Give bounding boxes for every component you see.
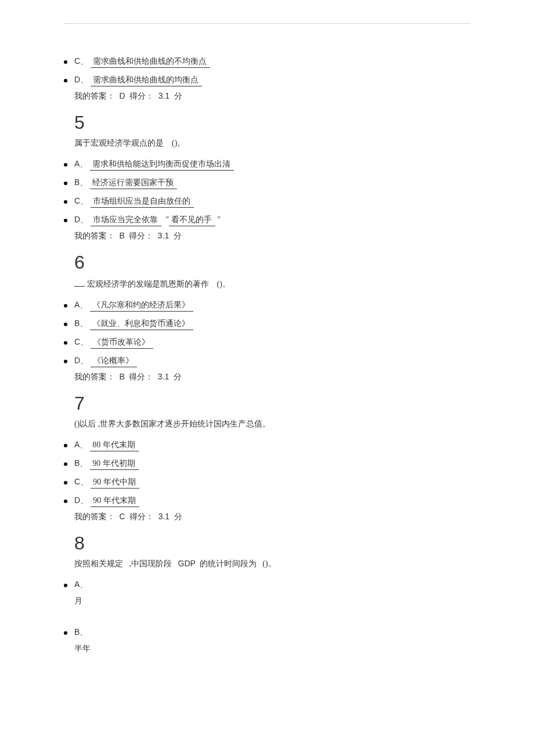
- bullet-icon: [64, 584, 67, 587]
- q6-text: 宏观经济学的发端是凯恩斯的著作 ()。: [74, 278, 470, 291]
- bullet-icon: [64, 60, 67, 64]
- answer-value: C: [120, 512, 125, 521]
- option-text: 《论概率》: [91, 356, 137, 367]
- answer-value: B: [120, 231, 125, 240]
- q6-option-d: D、 《论概率》: [64, 352, 470, 371]
- bullet-icon: [64, 462, 67, 466]
- question-number-8: 8: [74, 533, 470, 554]
- score-value: 3.1: [158, 372, 169, 381]
- answer-label: 我的答案：: [74, 92, 115, 100]
- answer-label: 我的答案：: [74, 372, 115, 381]
- option-letter: A、: [74, 300, 88, 310]
- spacer: [64, 609, 470, 624]
- option-text: 90 年代末期: [91, 495, 139, 507]
- q6-answer-line: 我的答案： B 得分： 3.1 分: [74, 371, 470, 385]
- answer-label: 我的答案：: [74, 512, 115, 521]
- q5-text: 属于宏观经济学观点的是 ()。: [74, 138, 470, 150]
- bullet-icon: [64, 304, 67, 308]
- option-letter: C、: [74, 196, 88, 207]
- score-label: 得分：: [129, 231, 153, 240]
- question-number-6: 6: [74, 252, 470, 273]
- bullet-icon: [64, 481, 67, 484]
- option-letter: D、: [74, 356, 88, 366]
- option-letter: D、: [74, 215, 88, 225]
- bullet-icon: [64, 182, 67, 185]
- question-number-7: 7: [74, 393, 470, 414]
- bullet-icon: [64, 200, 67, 204]
- bullet-icon: [64, 219, 67, 222]
- answer-value: D: [120, 91, 125, 100]
- q7-option-b: B、 90 年代初期: [64, 455, 470, 473]
- bullet-icon: [64, 500, 67, 503]
- score-label: 得分：: [129, 92, 154, 100]
- q8-text-d: 的统计时间段为: [200, 559, 257, 568]
- bullet-icon: [64, 79, 67, 82]
- page-top-divider: [64, 23, 470, 24]
- option-text-b: 看不见的手: [169, 215, 215, 226]
- q4-option-c: C、 需求曲线和供给曲线的不均衡点: [64, 53, 470, 71]
- option-text: 需求曲线和供给曲线的均衡点: [91, 75, 202, 86]
- q7-text-main: ()以后 ,世界大多数国家才逐步开始统计国内生产总值。: [74, 419, 270, 428]
- option-letter: D、: [74, 75, 88, 85]
- option-letter: B、: [74, 319, 88, 329]
- option-letter: C、: [74, 56, 88, 67]
- question-number-5: 5: [74, 112, 470, 133]
- option-quote: ": [217, 215, 221, 225]
- q7-text: ()以后 ,世界大多数国家才逐步开始统计国内生产总值。: [74, 419, 470, 431]
- option-text: 《凡尔塞和约的经济后果》: [90, 300, 193, 312]
- option-letter: B、: [74, 458, 88, 469]
- q8-text-a: 按照相关规定: [74, 559, 123, 568]
- q6-option-a: A、 《凡尔塞和约的经济后果》: [64, 296, 470, 315]
- leading-blank: [74, 278, 85, 287]
- score-value: 3.1: [158, 512, 169, 521]
- q7-answer-line: 我的答案： C 得分： 3.1 分: [74, 511, 470, 525]
- option-text: 《就业、利息和货币通论》: [90, 319, 193, 330]
- bullet-icon: [64, 444, 67, 447]
- q6-option-b: B、 《就业、利息和货币通论》: [64, 315, 470, 334]
- option-text: 80 年代末期: [90, 440, 139, 451]
- q6-text-main: 宏观经济学的发端是凯恩斯的著作: [87, 280, 209, 288]
- q5-text-tail: ()。: [172, 139, 185, 147]
- score-label: 得分：: [129, 372, 153, 381]
- q8-text-e: ()。: [262, 559, 276, 568]
- option-letter: C、: [74, 477, 88, 487]
- bullet-icon: [64, 360, 67, 363]
- score-unit: 分: [174, 512, 182, 521]
- q4-answer-line: 我的答案： D 得分： 3.1 分: [74, 90, 470, 104]
- answer-value: B: [120, 372, 125, 381]
- q5-option-a: A、 需求和供给能达到均衡而促使市场出清: [64, 155, 470, 174]
- score-unit: 分: [174, 372, 182, 381]
- score-value: 3.1: [158, 231, 169, 240]
- q6-option-c: C、 《货币改革论》: [64, 334, 470, 352]
- bullet-icon: [64, 341, 67, 345]
- score-unit: 分: [174, 231, 182, 240]
- bullet-icon: [64, 631, 67, 635]
- option-text: 90 年代初期: [90, 458, 139, 470]
- option-text: 经济运行需要国家干预: [90, 178, 177, 189]
- document-page: C、 需求曲线和供给曲线的不均衡点 D、 需求曲线和供给曲线的均衡点 我的答案：…: [0, 0, 534, 679]
- score-value: 3.1: [158, 91, 169, 100]
- score-label: 得分：: [129, 512, 154, 521]
- q4-option-d: D、 需求曲线和供给曲线的均衡点: [64, 71, 470, 90]
- option-text-a: 市场应当完全依靠: [91, 215, 161, 226]
- q7-option-d: D、 90 年代末期: [64, 492, 470, 511]
- score-unit: 分: [174, 92, 182, 100]
- option-text: 90 年代中期: [91, 477, 139, 489]
- q5-answer-line: 我的答案： B 得分： 3.1 分: [74, 230, 470, 244]
- option-text: 需求曲线和供给曲线的不均衡点: [91, 56, 210, 68]
- option-letter: A、: [74, 159, 88, 169]
- option-letter: D、: [74, 495, 88, 506]
- q5-option-c: C、 市场组织应当是自由放任的: [64, 193, 470, 211]
- bullet-icon: [64, 323, 67, 326]
- option-letter: B、: [74, 627, 88, 638]
- q8-option-a: A、: [64, 576, 470, 594]
- q8-option-b-text: 半年: [74, 641, 470, 656]
- q8-text-c: GDP: [178, 559, 196, 568]
- option-letter: A、: [74, 580, 88, 590]
- bullet-icon: [64, 163, 67, 167]
- q5-option-b: B、 经济运行需要国家干预: [64, 174, 470, 193]
- q8-text-b: ,中国现阶段: [129, 559, 172, 568]
- q7-option-a: A、 80 年代末期: [64, 436, 470, 455]
- q8-text: 按照相关规定 ,中国现阶段 GDP 的统计时间段为 ()。: [74, 559, 470, 570]
- option-text: 《货币改革论》: [91, 337, 153, 349]
